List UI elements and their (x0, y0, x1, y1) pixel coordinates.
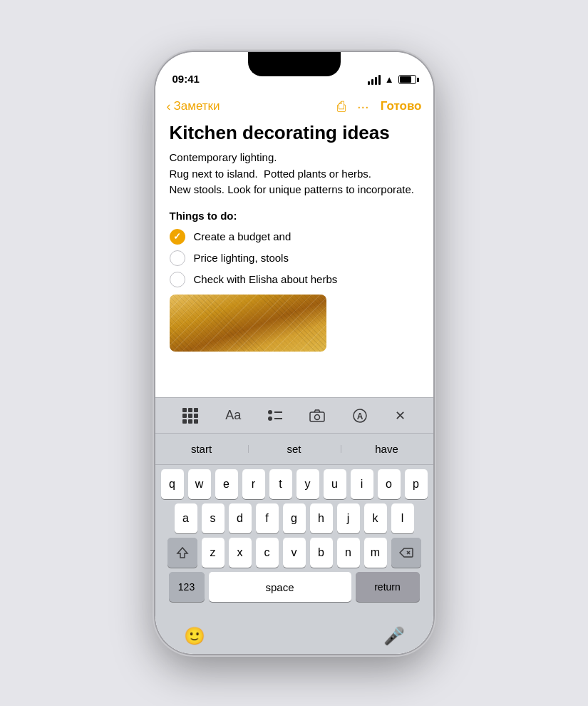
key-d[interactable]: d (229, 503, 252, 533)
key-h[interactable]: h (310, 503, 333, 533)
phone-frame: 09:41 ▲ ‹ За (155, 52, 433, 654)
shift-key[interactable] (167, 538, 197, 568)
close-icon[interactable]: ✕ (395, 408, 406, 424)
key-i[interactable]: i (351, 469, 373, 499)
back-button[interactable]: ‹ Заметки (167, 99, 220, 114)
return-key[interactable]: return (356, 572, 420, 602)
key-s[interactable]: s (202, 503, 225, 533)
keyboard-row-4: 123 space return (155, 568, 433, 602)
key-l[interactable]: l (391, 503, 414, 533)
keyboard-row-2: a s d f g h j k l (155, 499, 433, 533)
image-texture (170, 295, 326, 352)
key-t[interactable]: t (269, 469, 292, 499)
key-u[interactable]: u (324, 469, 346, 499)
microphone-icon[interactable]: 🎤 (383, 626, 405, 646)
todo-item-1: ✓ Create a budget and (170, 229, 419, 245)
key-j[interactable]: j (337, 503, 360, 533)
todo-text-2: Price lighting, stools (194, 252, 289, 264)
key-r[interactable]: r (242, 469, 265, 499)
note-title: Kitchen decorating ideas (170, 122, 419, 144)
key-y[interactable]: y (296, 469, 319, 499)
key-z[interactable]: z (202, 538, 225, 568)
formatting-toolbar: Aa (155, 397, 433, 433)
nav-bar: ‹ Заметки ⎙ ··· Готово (155, 91, 433, 122)
wifi-icon: ▲ (385, 74, 394, 85)
key-b[interactable]: b (310, 538, 333, 568)
content-area: 09:41 ▲ ‹ За (155, 52, 433, 654)
back-chevron-icon: ‹ (167, 99, 171, 114)
keyboard-bottom-bar: 🙂 🎤 (155, 618, 433, 654)
notch (248, 52, 341, 76)
checkmark-icon: ✓ (173, 231, 181, 242)
checklist-icon[interactable] (268, 410, 282, 421)
table-icon[interactable] (182, 408, 198, 424)
todo-checkbox-done-1[interactable]: ✓ (170, 229, 185, 245)
things-to-do-header: Things to do: (170, 210, 419, 222)
key-q[interactable]: q (161, 469, 184, 499)
battery-icon (398, 75, 416, 84)
keyboard-row-1: q w e r t y u i o p (155, 465, 433, 499)
key-g[interactable]: g (283, 503, 306, 533)
image-preview (170, 295, 326, 352)
todo-item-3: Check with Elisha about herbs (170, 272, 419, 287)
predictive-word-2[interactable]: set (248, 443, 341, 455)
key-w[interactable]: w (188, 469, 211, 499)
emoji-icon[interactable]: 🙂 (184, 626, 205, 646)
predictive-text-bar: start set have Предиктивный текст (155, 433, 433, 465)
format-text-icon[interactable]: Aa (225, 408, 241, 423)
scene: 09:41 ▲ ‹ За (0, 0, 588, 706)
key-m[interactable]: m (364, 538, 387, 568)
key-c[interactable]: c (256, 538, 279, 568)
space-key[interactable]: space (209, 572, 351, 602)
more-icon[interactable]: ··· (357, 98, 369, 115)
note-body: Contemporary lighting.Rug next to island… (170, 150, 419, 198)
keyboard: q w e r t y u i o p a s d f g (155, 465, 433, 654)
todo-checkbox-empty-2[interactable] (170, 250, 185, 266)
key-k[interactable]: k (364, 503, 387, 533)
signal-icon (368, 75, 381, 85)
predictive-word-3[interactable]: have (341, 443, 433, 455)
nav-actions: ⎙ ··· Готово (337, 98, 422, 115)
keyboard-row-3: z x c v b n m (155, 533, 433, 568)
key-v[interactable]: v (283, 538, 306, 568)
todo-checkbox-empty-3[interactable] (170, 272, 185, 287)
key-e[interactable]: e (215, 469, 238, 499)
todo-text-3: Check with Elisha about herbs (194, 273, 338, 285)
key-f[interactable]: f (256, 503, 279, 533)
status-time: 09:41 (172, 73, 200, 85)
predictive-word-1[interactable]: start (155, 443, 248, 455)
key-a[interactable]: a (175, 503, 197, 533)
key-n[interactable]: n (337, 538, 360, 568)
numbers-key[interactable]: 123 (169, 572, 205, 602)
key-x[interactable]: x (229, 538, 252, 568)
status-icons: ▲ (368, 74, 416, 85)
todo-text-1: Create a budget and (194, 230, 292, 242)
markup-icon[interactable]: A (352, 408, 368, 424)
todo-item-2: Price lighting, stools (170, 250, 419, 266)
camera-icon[interactable] (309, 409, 325, 423)
svg-text:A: A (356, 411, 363, 421)
backspace-key[interactable] (391, 538, 421, 568)
key-o[interactable]: o (378, 469, 401, 499)
done-button[interactable]: Готово (381, 99, 422, 113)
key-p[interactable]: p (405, 469, 428, 499)
svg-point-1 (314, 414, 319, 419)
share-icon[interactable]: ⎙ (337, 98, 346, 115)
back-label: Заметки (174, 99, 220, 113)
